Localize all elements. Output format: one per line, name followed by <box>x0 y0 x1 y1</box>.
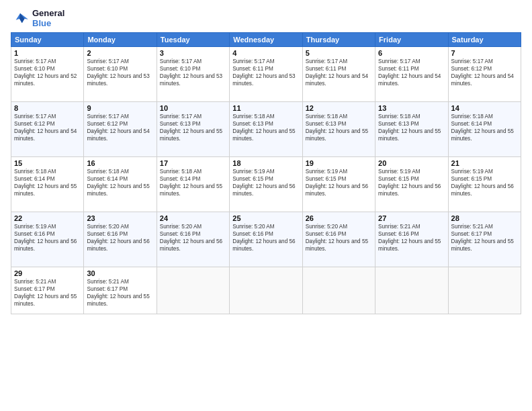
calendar-cell <box>230 267 302 314</box>
day-info: Sunrise: 5:18 AM Sunset: 6:14 PM Dayligh… <box>451 113 518 142</box>
col-saturday: Saturday <box>448 33 521 47</box>
day-number: 11 <box>232 104 299 112</box>
day-number: 28 <box>451 214 518 222</box>
day-number: 14 <box>451 104 518 112</box>
calendar-cell: 16 Sunrise: 5:18 AM Sunset: 6:14 PM Dayl… <box>84 157 157 212</box>
day-info: Sunrise: 5:21 AM Sunset: 6:17 PM Dayligh… <box>451 223 518 253</box>
calendar-cell: 23 Sunrise: 5:20 AM Sunset: 6:16 PM Dayl… <box>84 212 157 267</box>
col-monday: Monday <box>84 33 157 47</box>
calendar-cell <box>448 267 521 314</box>
day-info: Sunrise: 5:20 AM Sunset: 6:16 PM Dayligh… <box>232 223 299 253</box>
calendar-cell: 14 Sunrise: 5:18 AM Sunset: 6:14 PM Dayl… <box>448 102 521 157</box>
day-info: Sunrise: 5:20 AM Sunset: 6:16 PM Dayligh… <box>306 223 372 253</box>
col-thursday: Thursday <box>302 33 375 47</box>
calendar-cell: 21 Sunrise: 5:19 AM Sunset: 6:15 PM Dayl… <box>448 157 521 212</box>
calendar-cell: 20 Sunrise: 5:19 AM Sunset: 6:15 PM Dayl… <box>375 157 448 212</box>
calendar-cell: 10 Sunrise: 5:17 AM Sunset: 6:13 PM Dayl… <box>157 102 229 157</box>
day-number: 29 <box>14 269 81 277</box>
day-info: Sunrise: 5:19 AM Sunset: 6:15 PM Dayligh… <box>451 168 518 197</box>
calendar-table: Sunday Monday Tuesday Wednesday Thursday… <box>11 32 521 314</box>
day-info: Sunrise: 5:19 AM Sunset: 6:15 PM Dayligh… <box>306 168 372 197</box>
day-number: 6 <box>378 49 445 57</box>
calendar-cell: 2 Sunrise: 5:17 AM Sunset: 6:10 PM Dayli… <box>84 47 157 102</box>
day-number: 26 <box>306 214 372 222</box>
calendar-cell: 28 Sunrise: 5:21 AM Sunset: 6:17 PM Dayl… <box>448 212 521 267</box>
calendar-cell: 4 Sunrise: 5:17 AM Sunset: 6:11 PM Dayli… <box>230 47 302 102</box>
day-info: Sunrise: 5:20 AM Sunset: 6:16 PM Dayligh… <box>87 223 153 253</box>
calendar-cell: 9 Sunrise: 5:17 AM Sunset: 6:12 PM Dayli… <box>84 102 157 157</box>
calendar-cell: 13 Sunrise: 5:18 AM Sunset: 6:13 PM Dayl… <box>375 102 448 157</box>
calendar-cell: 29 Sunrise: 5:21 AM Sunset: 6:17 PM Dayl… <box>11 267 84 314</box>
day-info: Sunrise: 5:17 AM Sunset: 6:13 PM Dayligh… <box>160 113 226 142</box>
day-number: 2 <box>87 49 153 57</box>
day-number: 15 <box>14 159 81 167</box>
day-info: Sunrise: 5:18 AM Sunset: 6:13 PM Dayligh… <box>378 113 445 142</box>
day-info: Sunrise: 5:17 AM Sunset: 6:10 PM Dayligh… <box>160 58 226 87</box>
day-number: 17 <box>160 159 226 167</box>
day-number: 12 <box>306 104 372 112</box>
day-info: Sunrise: 5:17 AM Sunset: 6:11 PM Dayligh… <box>306 58 372 87</box>
calendar-cell: 1 Sunrise: 5:17 AM Sunset: 6:10 PM Dayli… <box>11 47 84 102</box>
calendar-cell: 26 Sunrise: 5:20 AM Sunset: 6:16 PM Dayl… <box>302 212 375 267</box>
calendar-cell <box>157 267 229 314</box>
col-wednesday: Wednesday <box>230 33 302 47</box>
day-number: 7 <box>451 49 518 57</box>
day-number: 30 <box>87 269 153 277</box>
day-number: 27 <box>378 214 445 222</box>
day-number: 4 <box>232 49 299 57</box>
day-info: Sunrise: 5:17 AM Sunset: 6:12 PM Dayligh… <box>451 58 518 87</box>
calendar-cell: 11 Sunrise: 5:18 AM Sunset: 6:13 PM Dayl… <box>230 102 302 157</box>
calendar-cell: 25 Sunrise: 5:20 AM Sunset: 6:16 PM Dayl… <box>230 212 302 267</box>
day-info: Sunrise: 5:17 AM Sunset: 6:11 PM Dayligh… <box>378 58 445 87</box>
calendar-cell <box>302 267 375 314</box>
day-info: Sunrise: 5:17 AM Sunset: 6:10 PM Dayligh… <box>87 58 153 87</box>
day-number: 18 <box>232 159 299 167</box>
day-info: Sunrise: 5:19 AM Sunset: 6:16 PM Dayligh… <box>14 223 81 253</box>
day-number: 13 <box>378 104 445 112</box>
day-number: 19 <box>306 159 372 167</box>
col-friday: Friday <box>375 33 448 47</box>
day-number: 10 <box>160 104 226 112</box>
day-info: Sunrise: 5:18 AM Sunset: 6:14 PM Dayligh… <box>14 168 81 197</box>
header: General Blue <box>11 8 521 28</box>
day-info: Sunrise: 5:21 AM Sunset: 6:17 PM Dayligh… <box>14 278 81 308</box>
calendar-cell: 12 Sunrise: 5:18 AM Sunset: 6:13 PM Dayl… <box>302 102 375 157</box>
page: General Blue Sunday Monday Tuesday Wedne… <box>0 0 532 411</box>
calendar-cell: 19 Sunrise: 5:19 AM Sunset: 6:15 PM Dayl… <box>302 157 375 212</box>
day-number: 5 <box>306 49 372 57</box>
calendar-cell: 24 Sunrise: 5:20 AM Sunset: 6:16 PM Dayl… <box>157 212 229 267</box>
day-info: Sunrise: 5:17 AM Sunset: 6:10 PM Dayligh… <box>14 58 81 87</box>
day-number: 8 <box>14 104 81 112</box>
calendar-cell <box>375 267 448 314</box>
calendar-cell: 22 Sunrise: 5:19 AM Sunset: 6:16 PM Dayl… <box>11 212 84 267</box>
day-number: 20 <box>378 159 445 167</box>
day-info: Sunrise: 5:21 AM Sunset: 6:16 PM Dayligh… <box>378 223 445 253</box>
calendar-cell: 27 Sunrise: 5:21 AM Sunset: 6:16 PM Dayl… <box>375 212 448 267</box>
day-info: Sunrise: 5:18 AM Sunset: 6:14 PM Dayligh… <box>160 168 226 197</box>
calendar-cell: 8 Sunrise: 5:17 AM Sunset: 6:12 PM Dayli… <box>11 102 84 157</box>
day-number: 9 <box>87 104 153 112</box>
day-number: 24 <box>160 214 226 222</box>
day-info: Sunrise: 5:20 AM Sunset: 6:16 PM Dayligh… <box>160 223 226 253</box>
calendar-cell: 30 Sunrise: 5:21 AM Sunset: 6:17 PM Dayl… <box>84 267 157 314</box>
day-number: 25 <box>232 214 299 222</box>
day-info: Sunrise: 5:17 AM Sunset: 6:12 PM Dayligh… <box>87 113 153 142</box>
day-info: Sunrise: 5:18 AM Sunset: 6:13 PM Dayligh… <box>306 113 372 142</box>
day-info: Sunrise: 5:18 AM Sunset: 6:13 PM Dayligh… <box>232 113 299 142</box>
logo: General Blue <box>11 8 64 28</box>
calendar-header-row: Sunday Monday Tuesday Wednesday Thursday… <box>11 33 521 47</box>
logo-icon <box>11 11 30 26</box>
calendar-cell: 5 Sunrise: 5:17 AM Sunset: 6:11 PM Dayli… <box>302 47 375 102</box>
calendar-cell: 17 Sunrise: 5:18 AM Sunset: 6:14 PM Dayl… <box>157 157 229 212</box>
day-info: Sunrise: 5:21 AM Sunset: 6:17 PM Dayligh… <box>87 278 153 308</box>
calendar-cell: 18 Sunrise: 5:19 AM Sunset: 6:15 PM Dayl… <box>230 157 302 212</box>
calendar-cell: 6 Sunrise: 5:17 AM Sunset: 6:11 PM Dayli… <box>375 47 448 102</box>
day-info: Sunrise: 5:18 AM Sunset: 6:14 PM Dayligh… <box>87 168 153 197</box>
day-info: Sunrise: 5:17 AM Sunset: 6:12 PM Dayligh… <box>14 113 81 142</box>
day-number: 23 <box>87 214 153 222</box>
calendar-cell: 15 Sunrise: 5:18 AM Sunset: 6:14 PM Dayl… <box>11 157 84 212</box>
day-number: 22 <box>14 214 81 222</box>
day-number: 16 <box>87 159 153 167</box>
day-number: 21 <box>451 159 518 167</box>
day-info: Sunrise: 5:17 AM Sunset: 6:11 PM Dayligh… <box>232 58 299 87</box>
